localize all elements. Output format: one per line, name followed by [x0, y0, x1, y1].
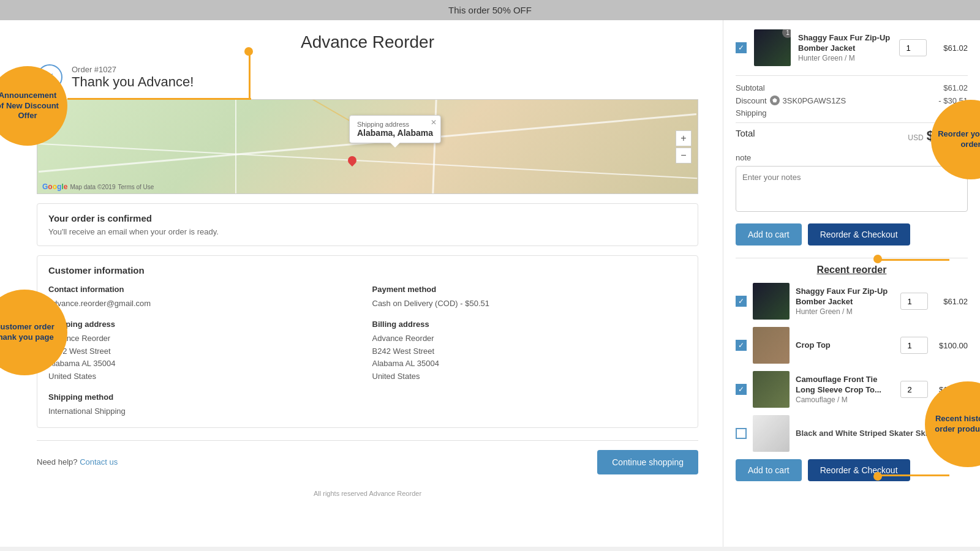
shipping-method-section: Shipping method International Shipping [48, 392, 687, 418]
contact-us-link[interactable]: Contact us [80, 457, 118, 467]
recent-qty-3[interactable] [900, 381, 928, 398]
recent-price-1: $61.02 [934, 297, 968, 306]
copyright-text: All rights reserved Advance Reorder [37, 484, 698, 503]
right-connector-dot-1 [873, 255, 882, 263]
confirmation-message: You'll receive an email when your order … [48, 227, 687, 236]
recent-checkbox-4[interactable] [736, 428, 747, 439]
recent-price-2: $100.00 [934, 341, 968, 350]
recent-checkbox-3[interactable] [736, 384, 747, 395]
subtotal-value: $61.02 [943, 83, 968, 92]
right-connector-line-1 [876, 259, 949, 261]
item-image-1: 1 [754, 29, 791, 66]
map-pin-icon [346, 154, 358, 167]
order-info: Order #1027 Thank you Advance! [72, 65, 194, 90]
bottom-add-cart-button[interactable]: Add to cart [736, 459, 802, 481]
customer-info-box: Customer information Contact information… [37, 255, 698, 428]
item-price-1: $61.02 [934, 43, 968, 53]
recent-qty-2[interactable] [900, 337, 928, 354]
map-popup: ✕ Shipping address Alabama, Alabama [349, 115, 441, 143]
recent-name-1: Shaggy Faux Fur Zip-Up Bomber Jacket [796, 287, 894, 307]
left-panel: Announcement of New Discount Offer Custo… [0, 20, 723, 547]
google-logo: Google [42, 182, 67, 191]
recent-details-3: Camouflage Front Tie Long Sleeve Crop To… [796, 375, 894, 404]
contact-label: Contact information [48, 285, 363, 294]
current-order-item: 1 Shaggy Faux Fur Zip-Up Bomber Jacket H… [736, 29, 968, 66]
subtotal-row: Subtotal $61.02 [736, 83, 968, 92]
popup-label: Shipping address [357, 121, 433, 128]
shipping-row: Shipping $20.00 [736, 108, 968, 118]
action-buttons: Add to cart Reorder & Checkout [736, 223, 968, 246]
total-currency: USD [908, 133, 923, 142]
map-road-h2 [38, 143, 698, 179]
contact-email: advance.reorder@gmail.com [48, 298, 363, 310]
connector-dot-top [244, 47, 253, 56]
bottom-reorder-checkout-button[interactable]: Reorder & Checkout [808, 459, 910, 481]
page-title: Advance Reorder [37, 32, 698, 52]
recent-variant-3: Camouflage / M [796, 395, 894, 404]
recent-checkbox-1[interactable] [736, 296, 747, 307]
map-road-v2 [432, 100, 437, 193]
right-connector-dot-2 [873, 472, 882, 481]
billing-section: Billing address Advance Reorder B242 Wes… [372, 320, 687, 383]
map-zoom-out[interactable]: − [676, 148, 692, 163]
customer-info-title: Customer information [48, 265, 687, 276]
payment-label: Payment method [372, 285, 687, 294]
recent-image-4 [753, 415, 790, 452]
map-terms[interactable]: Terms of Use [118, 184, 154, 190]
contact-section: Contact information advance.reorder@gmai… [48, 285, 363, 310]
help-text: Need help? Contact us [37, 457, 118, 467]
info-grid: Contact information advance.reorder@gmai… [48, 285, 687, 418]
connector-line-top-v [249, 52, 251, 100]
order-number: Order #1027 [72, 65, 194, 74]
discount-tag: Discount ⬟ 3SK0PGAWS1ZS [736, 96, 846, 105]
recent-checkbox-2[interactable] [736, 340, 747, 351]
recent-image-2 [753, 327, 790, 364]
item-variant-1: Hunter Green / M [798, 54, 892, 62]
map-container: ✕ Shipping address Alabama, Alabama + − … [37, 99, 698, 194]
item-details-1: Shaggy Faux Fur Zip-Up Bomber Jacket Hun… [798, 33, 892, 62]
recent-name-3: Camouflage Front Tie Long Sleeve Crop To… [796, 375, 894, 395]
thank-you-text: Thank you Advance! [72, 74, 194, 90]
right-panel: Reorder your last order 1 Shaggy Faux Fu… [723, 20, 980, 547]
billing-label: Billing address [372, 320, 687, 329]
shipping-method-value: International Shipping [48, 405, 687, 418]
map-zoom-controls: + − [676, 130, 692, 163]
map-data-text: Map data ©2019 [70, 184, 115, 190]
note-section: note [736, 153, 968, 214]
map-background: ✕ Shipping address Alabama, Alabama + − … [37, 100, 698, 193]
subtotal-label: Subtotal [736, 83, 765, 92]
recent-details-1: Shaggy Faux Fur Zip-Up Bomber Jacket Hun… [796, 287, 894, 316]
shipping-address-label: Shipping address [48, 320, 363, 329]
discount-code: 3SK0PGAWS1ZS [783, 96, 846, 105]
map-road-v1 [235, 100, 236, 193]
recent-image-1 [753, 283, 790, 320]
discount-row: Discount ⬟ 3SK0PGAWS1ZS - $30.51 [736, 96, 968, 105]
map-popup-close[interactable]: ✕ [431, 118, 437, 127]
recent-item-1: Shaggy Faux Fur Zip-Up Bomber Jacket Hun… [736, 283, 968, 320]
map-zoom-in[interactable]: + [676, 130, 692, 146]
recent-reorder-title: Recent reorder [736, 264, 968, 276]
popup-city: Alabama, Alabama [357, 128, 433, 138]
discount-icon: ⬟ [770, 96, 780, 105]
item-badge-1: 1 [782, 29, 791, 38]
banner-text: This order 50% OFF [448, 5, 532, 15]
payment-value: Cash on Delivery (COD) - $50.51 [372, 298, 687, 310]
continue-shopping-button[interactable]: Continue shopping [597, 450, 698, 474]
top-banner: This order 50% OFF [0, 0, 980, 20]
discount-label: Discount [736, 96, 767, 105]
shipping-address-section: Shipping address Advance Reorder B242 We… [48, 320, 363, 383]
billing-address-detail: Advance Reorder B242 West Street Alabama… [372, 332, 687, 383]
recent-qty-1[interactable] [900, 293, 928, 310]
bottom-bar: Need help? Contact us Continue shopping [37, 440, 698, 484]
bottom-buttons: Add to cart Reorder & Checkout [736, 459, 968, 481]
confirmation-title: Your order is confirmed [48, 213, 687, 223]
item-name-1: Shaggy Faux Fur Zip-Up Bomber Jacket [798, 33, 892, 54]
note-textarea[interactable] [736, 166, 968, 212]
shipping-address-detail: Advance Reorder B242 West Street Alabama… [48, 332, 363, 383]
confirmation-box: Your order is confirmed You'll receive a… [37, 203, 698, 246]
item-qty-1[interactable] [899, 39, 927, 56]
item-checkbox-1[interactable] [736, 42, 747, 53]
recent-details-2: Crop Top [796, 340, 894, 351]
reorder-checkout-button[interactable]: Reorder & Checkout [808, 223, 910, 246]
add-to-cart-button[interactable]: Add to cart [736, 223, 802, 246]
